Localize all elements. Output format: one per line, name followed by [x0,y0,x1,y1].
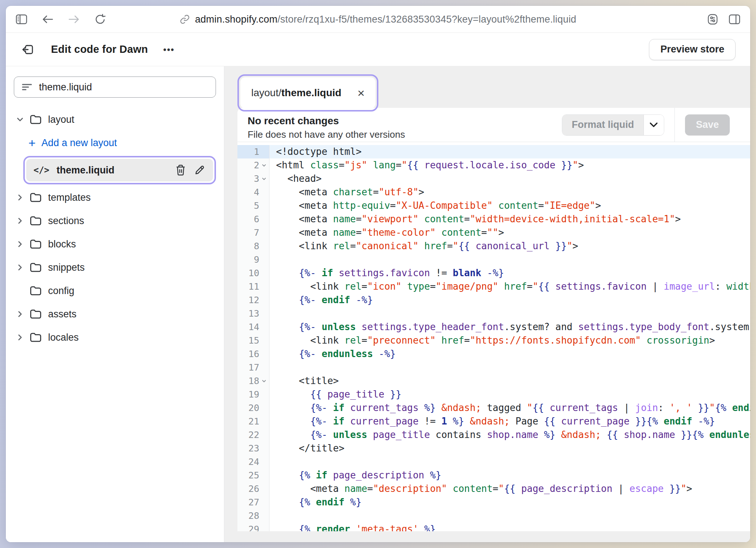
code-line-11[interactable]: 11 <link rel="icon" type="image/png" hre… [237,280,750,293]
code-line-2[interactable]: 2<html class="js" lang="{{ request.local… [237,158,750,172]
back-icon[interactable] [42,13,54,26]
chevron-down-icon[interactable] [14,115,26,124]
code-line-23[interactable]: 23 </title> [237,442,750,455]
code-line-17[interactable]: 17 [237,361,750,374]
sidebar-item-snippets[interactable]: snippets [14,256,216,279]
format-liquid-split-button: Format liquid [562,114,664,136]
fold-placeholder [260,243,268,250]
pencil-icon[interactable] [193,164,206,176]
file-search[interactable] [14,77,216,98]
line-gutter: 16 [237,347,269,361]
line-gutter: 3 [237,172,269,185]
code-line-18[interactable]: 18 <title> [237,374,750,388]
code-line-27[interactable]: 27 {% endif %} [237,496,750,509]
code-line-4[interactable]: 4 <meta charset="utf-8"> [237,185,750,199]
save-button[interactable]: Save [685,114,730,136]
code-text: {%- if current_tags %} &ndash; tagged "{… [269,401,750,415]
chevron-right-icon[interactable] [14,239,26,249]
code-line-24[interactable]: 24 [237,455,750,469]
fold-chevron-icon[interactable] [260,162,268,169]
code-text: <link rel="canonical" href="{{ canonical… [269,239,750,253]
code-line-10[interactable]: 10 {%- if settings.favicon != blank -%} [237,266,750,280]
preview-store-button[interactable]: Preview store [649,39,736,60]
chevron-right-icon[interactable] [14,333,26,342]
fold-placeholder [260,148,268,156]
add-new-layout-button[interactable]: +Add a new layout [14,131,216,154]
code-line-28[interactable]: 28 [237,509,750,522]
format-liquid-button[interactable]: Format liquid [562,115,643,135]
close-tab-icon[interactable]: × [357,87,365,99]
line-number: 17 [248,362,259,373]
code-line-8[interactable]: 8 <link rel="canonical" href="{{ canonic… [237,239,750,253]
format-options-dropdown[interactable] [643,115,664,135]
line-gutter: 27 [237,496,269,509]
code-editor[interactable]: 1<!doctype html>2<html class="js" lang="… [237,142,750,531]
code-line-19[interactable]: 19 {{ page_title }} [237,388,750,401]
chevron-right-icon[interactable] [14,193,26,202]
code-line-29[interactable]: 29 {% render 'meta-tags' %} [237,522,750,531]
exit-editor-icon[interactable] [20,42,36,58]
line-gutter: 15 [237,334,269,347]
search-input[interactable] [39,82,208,93]
extensions-icon[interactable] [706,13,719,26]
forward-icon[interactable] [68,13,80,26]
code-text: </title> [269,442,750,455]
plus-icon: + [28,137,36,149]
fold-placeholder [260,472,268,479]
code-text: {%- if settings.favicon != blank -%} [269,266,750,280]
sidebar-item-theme-liquid[interactable]: </>theme.liquid [26,159,213,181]
code-line-6[interactable]: 6 <meta name="viewport" content="width=d… [237,212,750,226]
sidebar-item-assets[interactable]: assets [14,302,216,326]
app-header: Edit code for Dawn ••• Preview store [6,33,750,66]
sidebar-item-config[interactable]: config [14,279,216,302]
code-line-15[interactable]: 15 <link rel="preconnect" href="https://… [237,334,750,347]
line-number: 4 [254,187,259,197]
code-line-5[interactable]: 5 <meta http-equiv="X-UA-Compatible" con… [237,199,750,212]
sidebar-item-templates[interactable]: templates [14,186,216,209]
selected-file-label: theme.liquid [56,165,168,176]
sidebar-item-locales[interactable]: locales [14,326,216,349]
code-line-20[interactable]: 20 {%- if current_tags %} &ndash; tagged… [237,401,750,415]
page-title: Edit code for Dawn [51,43,148,55]
address-bar[interactable]: admin.shopify.com/store/rzq1xu-f5/themes… [180,6,576,33]
code-line-3[interactable]: 3 <head> [237,172,750,185]
tab-layout-theme-liquid[interactable]: layout/theme.liquid × [240,77,375,109]
sidebar-toggle-icon[interactable] [15,13,28,26]
chevron-right-icon[interactable] [14,309,26,319]
code-line-26[interactable]: 26 <meta name="description" content="{{ … [237,482,750,496]
overflow-menu[interactable]: ••• [163,44,174,55]
reload-icon[interactable] [94,13,106,26]
code-line-7[interactable]: 7 <meta name="theme-color" content=""> [237,226,750,239]
fold-placeholder [260,431,268,439]
line-number: 13 [248,308,259,319]
folder-label: blocks [48,239,76,250]
code-line-9[interactable]: 9 [237,253,750,266]
line-number: 14 [248,322,259,332]
fold-chevron-icon[interactable] [260,377,268,385]
code-line-21[interactable]: 21 {%- if current_page != 1 %} &ndash; P… [237,415,750,428]
code-line-13[interactable]: 13 [237,307,750,320]
code-line-22[interactable]: 22 {%- unless page_title contains shop.n… [237,428,750,442]
sidebar-item-blocks[interactable]: blocks [14,232,216,256]
sidebar-item-sections[interactable]: sections [14,209,216,232]
chevron-right-icon[interactable] [14,263,26,272]
line-gutter: 19 [237,388,269,401]
code-line-25[interactable]: 25 {% if page_description %} [237,469,750,482]
fold-chevron-icon[interactable] [260,175,268,183]
code-line-12[interactable]: 12 {%- endif -%} [237,293,750,307]
chevron-right-icon[interactable] [14,216,26,226]
sidebar-item-layout[interactable]: layout [14,108,216,131]
code-line-14[interactable]: 14 {%- unless settings.type_header_font.… [237,320,750,334]
fold-placeholder [260,391,268,398]
code-line-1[interactable]: 1<!doctype html> [237,145,750,158]
code-line-16[interactable]: 16 {%- endunless -%} [237,347,750,361]
line-gutter: 28 [237,509,269,522]
code-text: {%- if current_page != 1 %} &ndash; Page… [269,415,750,428]
trash-icon[interactable] [174,164,187,176]
line-gutter: 6 [237,212,269,226]
line-gutter: 20 [237,401,269,415]
code-text: {% endif %} [269,496,750,509]
code-text: {%- endunless -%} [269,347,750,361]
panel-right-icon[interactable] [728,13,741,26]
line-number: 22 [248,430,259,440]
